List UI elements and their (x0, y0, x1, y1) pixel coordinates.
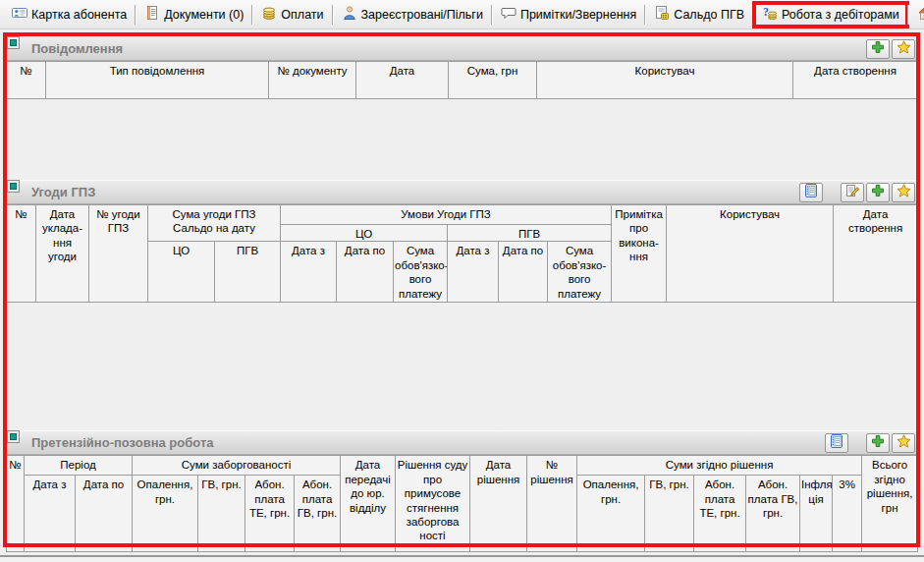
tab-label: Сальдо ПГВ (674, 8, 744, 22)
edit-icon (844, 183, 860, 201)
tab-notes-appeals[interactable]: Примітки/Звернення (493, 3, 644, 27)
add-icon (871, 40, 885, 57)
col-date-from[interactable]: Дата з (25, 476, 76, 552)
col-doc-num[interactable]: № документу (269, 62, 356, 99)
messages-empty-body (6, 99, 917, 180)
col-decision-date[interactable]: Дата рішення (470, 456, 527, 552)
col-total[interactable]: Всього згідно рішення, грн (862, 456, 918, 552)
tab-label: Робота з дебіторами (782, 8, 899, 22)
col-created[interactable]: Дата створення (834, 205, 918, 303)
add-button[interactable] (866, 39, 890, 59)
col-court-decision[interactable]: Рішення суду про примусове стягнення заб… (396, 456, 470, 552)
person-icon (342, 5, 357, 24)
col-user[interactable]: Користувач (667, 205, 834, 303)
grid-view-button[interactable] (799, 183, 823, 202)
tab-label: Примітки/Звернення (520, 8, 636, 22)
tab-objects[interactable]: Об'єкт (909, 3, 924, 27)
add-button[interactable] (866, 183, 890, 202)
favorite-icon (897, 434, 911, 452)
favorite-icon (897, 40, 911, 58)
tab-debtor-work[interactable]: ? Робота з дебіторами (754, 3, 907, 27)
col-pgv-oblig-sum[interactable]: Сума обов'язко-вого платежу (548, 242, 612, 303)
col-abon-gv[interactable]: Абон. плата ГВ, грн. (295, 476, 341, 552)
col-decision-abon-te[interactable]: Абон. плата ТЕ, грн. (694, 476, 746, 552)
col-inflation[interactable]: Інфля ція (800, 476, 833, 552)
col-num[interactable]: № (7, 205, 36, 303)
tab-label: Оплати (281, 8, 323, 22)
section-messages-titlebar: Повідомлення (6, 36, 917, 61)
tab-payments[interactable]: Оплати (253, 3, 331, 27)
tab-abonent-card[interactable]: Картка абонента (4, 3, 135, 27)
collapse-grip-icon[interactable] (7, 180, 20, 193)
tab-bar: Картка абонента Документи (0) Оплати Зар… (0, 0, 924, 29)
tab-label: Документи (0) (164, 8, 244, 22)
colgroup-period: Період (25, 456, 133, 476)
document-icon (144, 5, 160, 24)
col-date[interactable]: Дата (356, 62, 449, 99)
speech-bubble-icon (501, 5, 516, 24)
section-title: Повідомлення (31, 41, 123, 56)
col-co-oblig-sum[interactable]: Сума обов'язко-вого платежу (394, 242, 448, 303)
col-sum[interactable]: Сума, грн (449, 62, 537, 99)
col-num[interactable]: № (7, 62, 46, 99)
svg-text:?: ? (763, 5, 769, 19)
tab-saldo-pgv[interactable]: Сальдо ПГВ (646, 3, 752, 27)
col-co-date-to[interactable]: Дата по (337, 242, 394, 303)
section-claims-titlebar: Претензійно-позовна робота (6, 430, 917, 455)
col-conclusion-date[interactable]: Дата уклада-ння угоди (36, 205, 89, 303)
col-hot-water[interactable]: ГВ, грн. (198, 476, 245, 552)
col-created[interactable]: Дата створення (793, 62, 918, 99)
col-sum-pgv[interactable]: ПГВ (215, 242, 281, 303)
section-title: Угоди ГПЗ (31, 185, 95, 199)
edit-button[interactable] (841, 183, 864, 202)
col-decision-hot-water[interactable]: ГВ, грн. (645, 476, 694, 552)
colgroup-debt-sums: Суми заборгованості (133, 456, 341, 476)
col-decision-heating[interactable]: Опалення, грн. (577, 476, 645, 552)
col-three-percent[interactable]: 3% (833, 476, 862, 552)
col-abon-te[interactable]: Абон. плата ТЕ, грн. (245, 476, 295, 552)
agreements-toolbar (799, 183, 917, 202)
col-agreement-num[interactable]: № угоди ГПЗ (89, 205, 148, 303)
col-execution-note[interactable]: Примітка про викона-ння (612, 205, 667, 303)
section-agreements: Угоди ГПЗ № Дата уклада-ння угоди № угод… (6, 180, 917, 430)
favorite-button[interactable] (892, 433, 915, 453)
col-co-date-from[interactable]: Дата з (281, 242, 337, 303)
colgroup-decision-sums: Суми згідно рішення (577, 456, 862, 476)
col-transfer-date[interactable]: Дата передачі до юр. відділу (341, 456, 396, 552)
col-num[interactable]: № (7, 456, 25, 552)
tab-registered-benefits[interactable]: Зареєстровані/Пільги (334, 3, 491, 27)
col-pgv-date-from[interactable]: Дата з (448, 242, 499, 303)
col-pgv-date-to[interactable]: Дата по (499, 242, 548, 303)
section-agreements-titlebar: Угоди ГПЗ (6, 180, 917, 204)
favorite-button[interactable] (892, 183, 915, 202)
house-icon (917, 5, 924, 24)
balance-sheet-icon (654, 5, 670, 24)
colgroup-agreement-terms: Умови Угоди ГПЗ (281, 205, 612, 225)
agreements-empty-body (6, 303, 917, 430)
collapse-grip-icon[interactable] (7, 36, 20, 49)
favorite-button[interactable] (892, 39, 915, 59)
tab-label: Зареєстровані/Пільги (361, 8, 483, 22)
tab-label: Картка абонента (31, 8, 127, 22)
col-decision-num[interactable]: № рішення (527, 456, 577, 552)
colgroup-terms-co: ЦО (281, 225, 448, 242)
id-card-icon (12, 5, 27, 24)
add-button[interactable] (866, 433, 890, 453)
coins-icon (261, 5, 277, 24)
section-title: Претензійно-позовна робота (31, 435, 214, 450)
col-sum-co[interactable]: ЦО (148, 242, 215, 303)
col-user[interactable]: Користувач (537, 62, 793, 99)
panel-bottom-strip (0, 557, 924, 562)
collapse-grip-icon[interactable] (7, 430, 20, 443)
add-icon (871, 434, 885, 451)
grid-view-button[interactable] (825, 433, 848, 453)
col-message-type[interactable]: Тип повідомлення (46, 62, 269, 99)
grid-view-icon (829, 433, 844, 452)
claims-toolbar (825, 433, 917, 453)
tab-documents[interactable]: Документи (0) (136, 3, 251, 27)
section-messages: Повідомлення № Тип повідомлення № докуме… (6, 36, 917, 180)
col-decision-abon-gv[interactable]: Абон. плата ГВ, грн. (746, 476, 800, 552)
claims-table: № Період Суми заборгованості Дата переда… (6, 455, 918, 552)
col-heating[interactable]: Опалення, грн. (133, 476, 198, 552)
col-date-to[interactable]: Дата по (76, 476, 133, 552)
